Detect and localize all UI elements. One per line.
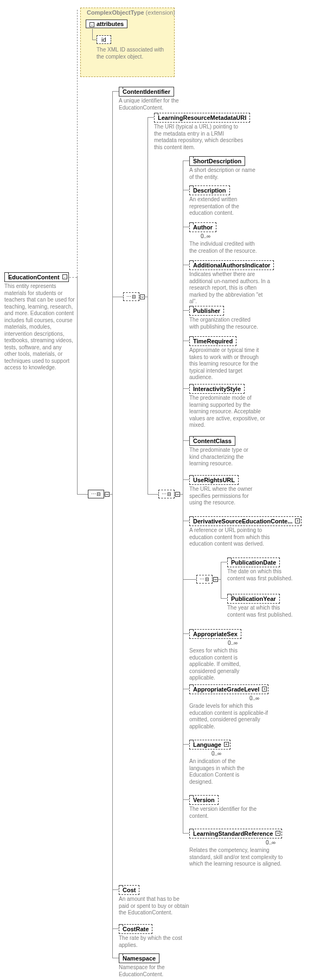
expand-icon[interactable]: + bbox=[276, 831, 280, 836]
node-description: Relates the competency, learning standar… bbox=[189, 847, 292, 868]
expand-icon[interactable]: + bbox=[224, 742, 229, 747]
connector-line bbox=[183, 440, 189, 441]
attributes-box[interactable]: -attributes bbox=[86, 20, 127, 28]
connector-line bbox=[183, 833, 189, 834]
element-tab-icon bbox=[189, 336, 194, 338]
use-rights-node[interactable]: UseRightsURL bbox=[189, 475, 239, 485]
sequence-connector-optional[interactable]: ⋯⊟ - bbox=[123, 292, 139, 301]
node-description: The year at which this content was first… bbox=[227, 605, 298, 618]
node-label: ContentClass bbox=[193, 438, 232, 444]
node-label: ShortDescription bbox=[193, 158, 241, 164]
namespace-node[interactable]: Namespace bbox=[119, 953, 159, 963]
extension-suffix: (extension) bbox=[146, 9, 175, 16]
element-tab-icon bbox=[189, 740, 194, 742]
learning-standard-node[interactable]: LearningStandardReference + bbox=[189, 829, 282, 838]
node-description: The organization credited with publishin… bbox=[189, 317, 260, 330]
node-description: The predominate mode of learning support… bbox=[189, 395, 265, 429]
lrm-uri-node[interactable]: LearningResourceMetadataURI bbox=[154, 113, 250, 123]
connector-line bbox=[112, 958, 119, 958]
time-required-node[interactable]: TimeRequired bbox=[189, 336, 236, 346]
connector-line bbox=[175, 494, 183, 495]
node-label: AppropriateGradeLevel bbox=[193, 686, 259, 693]
connector-line bbox=[183, 161, 183, 833]
content-identifier-node[interactable]: ContentIdentifier bbox=[119, 87, 174, 97]
node-description: A reference or URL pointing to education… bbox=[189, 527, 287, 548]
version-node[interactable]: Version bbox=[189, 795, 219, 805]
cardinality: 0..∞ bbox=[266, 840, 276, 846]
node-label: Version bbox=[193, 797, 215, 803]
attributes-label: attributes bbox=[97, 21, 124, 27]
publication-date-node[interactable]: PublicationDate bbox=[227, 558, 280, 567]
node-description: A short description or name of the entit… bbox=[189, 167, 260, 181]
connector-line bbox=[183, 799, 189, 800]
connector-line bbox=[112, 91, 119, 92]
cardinality: 0..∞ bbox=[201, 233, 210, 239]
id-attribute[interactable]: id bbox=[97, 35, 111, 44]
node-description: Grade levels for which this education co… bbox=[189, 703, 271, 730]
cardinality: 0..∞ bbox=[228, 640, 238, 646]
connector-line bbox=[77, 494, 88, 495]
expand-icon[interactable]: + bbox=[295, 518, 300, 523]
connector-line bbox=[66, 277, 77, 278]
element-tab-icon bbox=[189, 306, 194, 308]
node-label: TimeRequired bbox=[193, 338, 233, 344]
connector-line bbox=[92, 29, 93, 40]
element-tab-icon bbox=[189, 222, 194, 225]
derivative-node[interactable]: DerivativeSourceEducationConte... + bbox=[189, 516, 302, 526]
cost-rate-node[interactable]: CostRate bbox=[119, 924, 152, 934]
cardinality: 0..∞ bbox=[212, 751, 221, 757]
node-label: Language bbox=[193, 741, 221, 748]
node-label: Cost bbox=[123, 887, 136, 893]
element-tab-icon bbox=[119, 953, 123, 956]
sequence-dots-icon: ⋯⊟ bbox=[200, 577, 210, 582]
node-description: The predominate type or kind characteriz… bbox=[189, 447, 260, 467]
node-label: PublicationYear bbox=[231, 595, 276, 602]
element-tab-icon bbox=[4, 272, 9, 274]
connector-line bbox=[148, 117, 148, 494]
connector-line bbox=[221, 562, 221, 598]
interactivity-node[interactable]: InteractivityStyle bbox=[189, 384, 245, 394]
node-description: An indication of the languages in which … bbox=[189, 758, 254, 785]
expand-icon[interactable]: + bbox=[262, 687, 267, 691]
node-label: Publisher bbox=[193, 308, 220, 314]
node-label: Author bbox=[193, 224, 213, 230]
publication-year-node[interactable]: PublicationYear bbox=[227, 594, 280, 604]
publisher-node[interactable]: Publisher bbox=[189, 306, 224, 316]
connector-line bbox=[112, 889, 119, 890]
content-class-node[interactable]: ContentClass bbox=[189, 436, 235, 446]
connector-line bbox=[112, 91, 113, 958]
element-tab-icon bbox=[189, 629, 194, 631]
node-label: LearningResourceMetadataURI bbox=[158, 114, 246, 121]
node-description: Namespace for the EducationContent. bbox=[119, 964, 178, 978]
element-tab-icon bbox=[119, 87, 123, 89]
language-node[interactable]: Language + bbox=[189, 740, 230, 750]
connector-line bbox=[183, 190, 189, 190]
appropriate-grade-node[interactable]: AppropriateGradeLevel + bbox=[189, 684, 268, 694]
additional-authors-node[interactable]: AdditionalAuthorsIndicator bbox=[189, 260, 274, 270]
connector-line bbox=[183, 227, 189, 227]
short-description-node[interactable]: ShortDescription bbox=[189, 156, 245, 166]
element-tab-icon bbox=[227, 558, 232, 560]
cost-node[interactable]: Cost bbox=[119, 885, 139, 895]
connector-line bbox=[183, 521, 189, 521]
description-node[interactable]: Description bbox=[189, 185, 230, 195]
schema-diagram: ComplexObjectType (extension) -attribute… bbox=[0, 0, 333, 980]
element-tab-icon bbox=[189, 436, 194, 438]
connector-line bbox=[77, 10, 78, 277]
root-education-content[interactable]: EducationContent - bbox=[4, 272, 69, 282]
id-label: id bbox=[101, 36, 106, 43]
appropriate-sex-node[interactable]: AppropriateSex bbox=[189, 629, 241, 639]
node-label: DerivativeSourceEducationConte... bbox=[193, 518, 292, 524]
node-description: The rate by which the cost applies. bbox=[119, 935, 189, 949]
connector-line bbox=[183, 744, 189, 745]
sequence-connector-optional[interactable]: ⋯⊟ - bbox=[158, 490, 175, 498]
connector-line bbox=[221, 598, 227, 599]
collapse-icon[interactable]: - bbox=[89, 22, 94, 27]
sequence-connector[interactable]: ⋯⊟ - bbox=[88, 490, 104, 498]
node-label: LearningStandardReference bbox=[193, 830, 273, 837]
connector-line bbox=[112, 297, 123, 297]
connector-line bbox=[112, 928, 119, 929]
cardinality: 0..∞ bbox=[249, 695, 259, 701]
author-node[interactable]: Author bbox=[189, 222, 216, 232]
sequence-connector-optional[interactable]: ⋯⊟ - bbox=[196, 575, 213, 584]
